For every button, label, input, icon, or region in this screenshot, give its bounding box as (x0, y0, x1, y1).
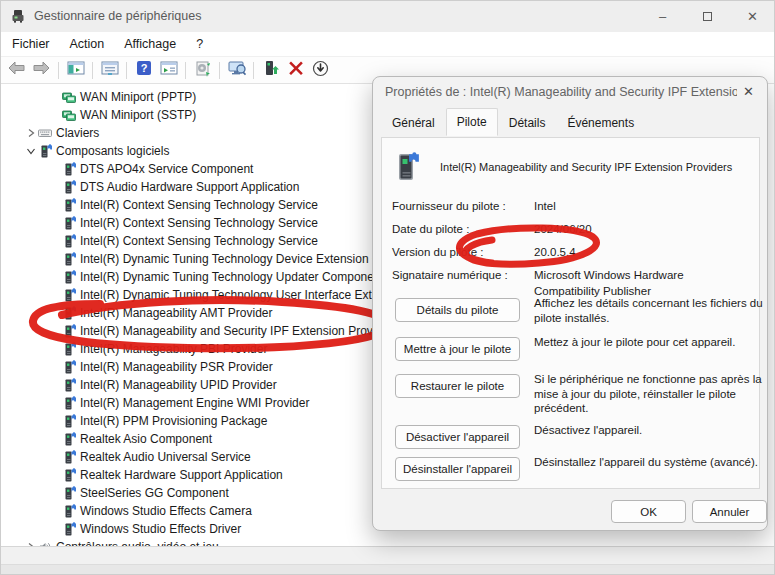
menu-item-?[interactable]: ? (186, 34, 213, 54)
driver-actions: Détails du piloteAffichez les détails co… (382, 138, 759, 488)
désinstaller-l-appareil-button[interactable]: Désinstaller l'appareil (395, 457, 520, 481)
tree-item-label: Intel(R) Context Sensing Technology Serv… (80, 234, 318, 248)
software-component-icon (62, 270, 76, 284)
software-component-icon (62, 162, 76, 176)
chevron-right-icon[interactable] (24, 126, 38, 140)
menu-item-affichage[interactable]: Affichage (114, 34, 186, 54)
tab-événements[interactable]: Événements (556, 111, 645, 136)
tree-item-label: Intel(R) Manageability PSR Provider (80, 360, 273, 374)
software-component-icon (62, 198, 76, 212)
toolbar-separator (253, 62, 254, 79)
driver-action-description: Désactivez l'appareil. (534, 423, 764, 438)
cancel-button[interactable]: Annuler (692, 500, 767, 523)
menu-item-action[interactable]: Action (60, 34, 115, 54)
tree-item-label: Composants logiciels (56, 144, 169, 158)
détails-du-pilote-button[interactable]: Détails du pilote (395, 298, 520, 322)
status-strip (0, 546, 775, 564)
software-component-icon (62, 450, 76, 464)
disable-icon (312, 60, 329, 81)
back-button[interactable] (4, 59, 29, 81)
devices-view-icon (160, 60, 178, 80)
software-component-icon (62, 306, 76, 320)
software-component-icon (62, 360, 76, 374)
window-bottom-edge (0, 564, 775, 575)
tree-item-label: Windows Studio Effects Camera (80, 504, 252, 518)
restaurer-le-pilote-button[interactable]: Restaurer le pilote (395, 374, 520, 398)
tree-item-label: Intel(R) Manageability PBI Provider (80, 342, 267, 356)
software-component-icon (62, 342, 76, 356)
software-component-icon (62, 522, 76, 536)
disable-button[interactable] (308, 59, 333, 81)
network-adapter-icon (62, 90, 76, 104)
driver-action-description: Désinstallez l'appareil du système (avan… (534, 455, 764, 470)
tab-général[interactable]: Général (381, 111, 446, 136)
software-component-icon (62, 324, 76, 338)
tree-item-label: Realtek Audio Universal Service (80, 450, 251, 464)
tree-item-label: Realtek Asio Component (80, 432, 212, 446)
tab-détails[interactable]: Détails (498, 111, 557, 136)
software-component-icon (62, 504, 76, 518)
menu-bar: FichierActionAffichage? (0, 32, 775, 56)
driver-action-description: Mettez à jour le pilote pour cet apparei… (534, 335, 764, 350)
maximize-icon (703, 12, 712, 21)
forward-button[interactable] (29, 59, 54, 81)
update-driver-button[interactable] (258, 59, 283, 81)
tree-item-label: Intel(R) Management Engine WMI Provider (80, 396, 309, 410)
svg-text:?: ? (140, 62, 147, 74)
tree-item-label: Intel(R) Dynamic Tuning Technology Devic… (80, 252, 381, 266)
update-driver-icon (263, 60, 279, 81)
software-component-icon (62, 234, 76, 248)
tree-item-label: Windows Studio Effects Driver (80, 522, 241, 536)
dialog-tabs: GénéralPiloteDétailsÉvénements (373, 107, 767, 136)
back-icon (7, 60, 26, 80)
tab-pilote[interactable]: Pilote (446, 108, 498, 136)
uninstall-icon (288, 60, 304, 80)
software-component-icon (62, 288, 76, 302)
scan-hardware-icon (194, 60, 212, 81)
mettre-à-jour-le-pilote-button[interactable]: Mettre à jour le pilote (395, 337, 520, 361)
désactiver-l-appareil-button[interactable]: Désactiver l'appareil (395, 425, 520, 449)
software-component-icon (62, 180, 76, 194)
console-tree-button[interactable] (63, 59, 88, 81)
tree-item-label: Intel(R) Manageability and Security IPF … (80, 324, 382, 338)
devices-view-button[interactable] (156, 59, 181, 81)
chevron-down-icon[interactable] (24, 144, 38, 158)
dialog-close-icon[interactable]: ✕ (743, 84, 754, 99)
tree-item-label: DTS Audio Hardware Support Application (80, 180, 299, 194)
software-component-icon (62, 486, 76, 500)
uninstall-button[interactable] (283, 59, 308, 81)
tree-item-label: Intel(R) PPM Provisioning Package (80, 414, 267, 428)
tree-item-label: Claviers (56, 126, 99, 140)
driver-action-description: Affichez les détails concernant les fich… (534, 296, 764, 325)
software-component-icon (62, 396, 76, 410)
toolbar-separator (92, 62, 93, 79)
toolbar-separator (58, 62, 59, 79)
tree-item-label: Intel(R) Dynamic Tuning Technology Updat… (80, 270, 374, 284)
ok-button[interactable]: OK (611, 500, 686, 523)
properties-button[interactable] (97, 59, 122, 81)
tree-item-label: SteelSeries GG Component (80, 486, 229, 500)
tree-row[interactable]: Contrôleurs audio, vidéo et jeu (0, 538, 775, 546)
close-button[interactable]: ✕ (730, 0, 775, 32)
keyboard-icon (38, 126, 52, 140)
properties-icon (101, 60, 119, 80)
menu-item-fichier[interactable]: Fichier (2, 34, 60, 54)
help-button[interactable]: ? (131, 59, 156, 81)
properties-dialog: Propriétés de : Intel(R) Manageability a… (372, 76, 768, 531)
device-manager-icon (10, 8, 26, 24)
toolbar-separator (219, 62, 220, 79)
remote-computer-button[interactable] (224, 59, 249, 81)
tree-item-label: WAN Miniport (PPTP) (80, 90, 196, 104)
window-title: Gestionnaire de périphériques (34, 9, 201, 23)
minimize-button[interactable]: – (640, 0, 685, 32)
tree-item-label: WAN Miniport (SSTP) (80, 108, 196, 122)
software-component-icon (62, 216, 76, 230)
toolbar-separator (185, 62, 186, 79)
dialog-title: Propriétés de : Intel(R) Manageability a… (385, 85, 737, 99)
scan-hardware-button[interactable] (190, 59, 215, 81)
tree-item-label: Intel(R) Context Sensing Technology Serv… (80, 198, 318, 212)
software-component-icon (62, 252, 76, 266)
driver-action-description: Si le périphérique ne fonctionne pas apr… (534, 372, 764, 416)
maximize-button[interactable] (685, 0, 730, 32)
software-component-icon (62, 414, 76, 428)
